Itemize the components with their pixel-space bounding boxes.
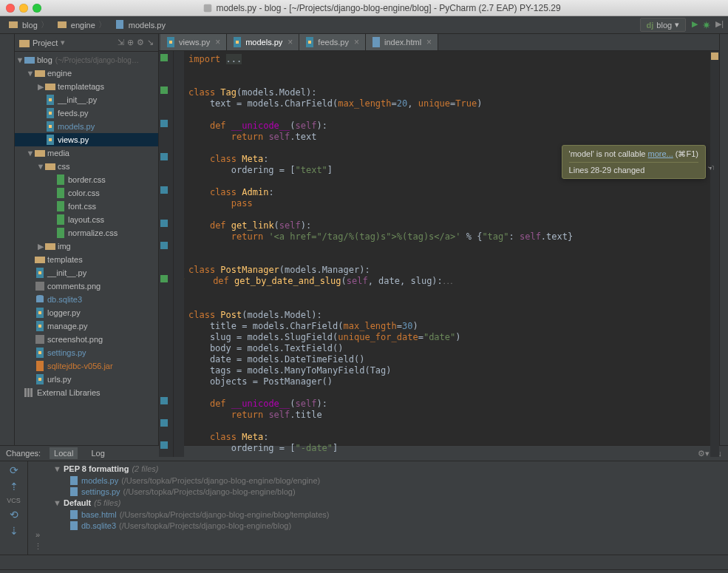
db-icon xyxy=(34,294,46,305)
run-tool-button[interactable]: ▶| xyxy=(715,19,724,31)
breadcrumb-models.py[interactable]: models.py xyxy=(111,18,170,32)
tree-item-comments-png[interactable]: comments.png xyxy=(15,279,158,293)
error-stripe[interactable] xyxy=(710,51,719,457)
changelist-default[interactable]: ▼Default (5 files) xyxy=(50,497,725,509)
tree-item-manage-py[interactable]: manage.py xyxy=(15,319,158,333)
changes-tab-log[interactable]: Log xyxy=(86,447,109,459)
gear-icon[interactable]: ⚙ xyxy=(137,38,144,47)
svg-rect-34 xyxy=(35,335,44,344)
tree-item-models-py[interactable]: models.py xyxy=(15,120,158,133)
breadcrumb-blog[interactable]: blog〉 xyxy=(4,18,53,32)
tree-item-screenshot-png[interactable]: screenshot.png xyxy=(15,333,158,346)
svg-rect-7 xyxy=(45,84,55,90)
minimize-window-icon[interactable] xyxy=(19,4,28,13)
project-tool-title: Project xyxy=(33,38,58,47)
changed-file-settings-py[interactable]: settings.py (/Users/topka/Projects/djang… xyxy=(50,486,725,497)
tree-item-css[interactable]: ▼css xyxy=(15,160,158,173)
tree-item-font-css[interactable]: font.css xyxy=(15,200,158,213)
debug-button[interactable]: ✷ xyxy=(702,19,711,31)
more-link[interactable]: more... xyxy=(648,149,673,158)
svg-rect-9 xyxy=(49,98,52,101)
changes-tab-local[interactable]: Local xyxy=(50,447,78,459)
tree-item-layout-css[interactable]: layout.css xyxy=(15,213,158,226)
editor-tab-index-html[interactable]: index.html× xyxy=(366,34,438,50)
tree-item-engine[interactable]: ▼engine xyxy=(15,67,158,80)
tree-item-db-sqlite3[interactable]: db.sqlite3 xyxy=(15,293,158,306)
py-icon xyxy=(44,135,56,145)
py-icon xyxy=(34,308,46,318)
svg-rect-13 xyxy=(49,125,52,128)
hide-panel-icon[interactable]: ↘ xyxy=(147,38,154,47)
editor-tab-feeds-py[interactable]: feeds.py× xyxy=(299,34,366,50)
zoom-window-icon[interactable] xyxy=(33,4,41,13)
svg-rect-5 xyxy=(24,57,35,64)
tree-item-img[interactable]: ▶img xyxy=(15,240,158,253)
tree-item-templates[interactable]: templates xyxy=(15,253,158,266)
run-button[interactable]: ▶ xyxy=(692,19,698,31)
more-icon[interactable]: ⋮ xyxy=(34,542,42,552)
tree-item-media[interactable]: ▼media xyxy=(15,146,158,160)
changed-file-models-py[interactable]: models.py (/Users/topka/Projects/django-… xyxy=(50,475,725,486)
chevron-down-icon: ▾ xyxy=(675,20,679,30)
tree-item-templatetags[interactable]: ▶templatetags xyxy=(15,80,158,93)
bottom-tool-strip xyxy=(0,555,728,569)
css-icon xyxy=(55,174,67,185)
svg-rect-17 xyxy=(45,163,55,170)
titlebar: models.py - blog - [~/Projects/django-bl… xyxy=(0,0,728,16)
tree-item-views-py[interactable]: views.py xyxy=(15,133,158,146)
expand-icon[interactable]: » xyxy=(35,530,40,539)
left-tool-strip xyxy=(0,34,15,445)
target-icon[interactable]: ⊕ xyxy=(127,38,134,47)
close-tab-icon[interactable]: × xyxy=(288,37,293,47)
changed-file-db-sqlite3[interactable]: db.sqlite3 (/Users/topka/Projects/django… xyxy=(50,520,725,531)
close-window-icon[interactable] xyxy=(6,4,15,13)
svg-rect-40 xyxy=(24,388,27,397)
folder-icon xyxy=(44,162,56,171)
refresh-icon[interactable]: ⟳ xyxy=(10,464,18,476)
tree-item-feeds-py[interactable]: feeds.py xyxy=(15,106,158,120)
collapse-icon[interactable]: ⇲ xyxy=(118,38,124,47)
folder-icon xyxy=(44,82,56,91)
tree-item-normalize-css[interactable]: normalize.css xyxy=(15,226,158,240)
svg-rect-20 xyxy=(57,201,64,211)
breadcrumb-engine[interactable]: engine〉 xyxy=(53,18,111,32)
code-editor[interactable]: import ... class Tag(models.Model): text… xyxy=(159,51,719,457)
close-tab-icon[interactable]: × xyxy=(354,37,359,47)
close-tab-icon[interactable]: × xyxy=(215,37,220,47)
commit-icon[interactable]: ⇡ xyxy=(10,481,18,492)
svg-rect-4 xyxy=(19,40,30,47)
img-icon xyxy=(34,335,46,344)
changes-list[interactable]: ▼PEP 8 formatting (2 files)models.py (/U… xyxy=(47,461,728,555)
close-tab-icon[interactable]: × xyxy=(426,37,432,47)
tree-item-settings-py[interactable]: settings.py xyxy=(15,346,158,359)
folder-icon xyxy=(44,242,56,251)
img-icon xyxy=(34,282,46,291)
svg-rect-26 xyxy=(38,271,41,274)
svg-rect-49 xyxy=(372,37,380,47)
tree-item-external-libraries[interactable]: External Libraries xyxy=(15,386,158,399)
changed-file-base-html[interactable]: base.html (/Users/topka/Projects/django-… xyxy=(50,509,725,520)
py-icon xyxy=(44,108,56,118)
tree-item-blog[interactable]: ▼blog(~/Projects/django-blog… xyxy=(15,53,158,67)
tree-item-border-css[interactable]: border.css xyxy=(15,173,158,186)
diff-icon[interactable]: ⇣ xyxy=(10,525,18,537)
svg-rect-53 xyxy=(70,521,78,530)
project-tree[interactable]: ▼blog(~/Projects/django-blog…▼engine▶tem… xyxy=(15,52,158,445)
run-config-selector[interactable]: dj blog ▾ xyxy=(640,18,687,32)
tree-item---init---py[interactable]: __init__.py xyxy=(15,93,158,106)
editor-tab-models-py[interactable]: models.py× xyxy=(227,34,299,50)
svg-rect-18 xyxy=(57,174,64,185)
editor-tab-views-py[interactable]: views.py× xyxy=(160,34,227,50)
svg-rect-29 xyxy=(36,296,44,302)
rollback-icon[interactable]: ⟲ xyxy=(10,509,18,521)
svg-rect-51 xyxy=(70,487,78,496)
css-icon xyxy=(55,201,67,211)
py-icon xyxy=(34,374,46,384)
changelist-pep-8-formatting[interactable]: ▼PEP 8 formatting (2 files) xyxy=(50,463,725,475)
tree-item-logger-py[interactable]: logger.py xyxy=(15,306,158,319)
changes-title: Changes: xyxy=(6,449,41,458)
tree-item-sqlitejdbc-v056-jar[interactable]: sqlitejdbc-v056.jar xyxy=(15,359,158,373)
tree-item-color-css[interactable]: color.css xyxy=(15,186,158,200)
tree-item-urls-py[interactable]: urls.py xyxy=(15,373,158,386)
tree-item---init---py[interactable]: __init__.py xyxy=(15,266,158,279)
